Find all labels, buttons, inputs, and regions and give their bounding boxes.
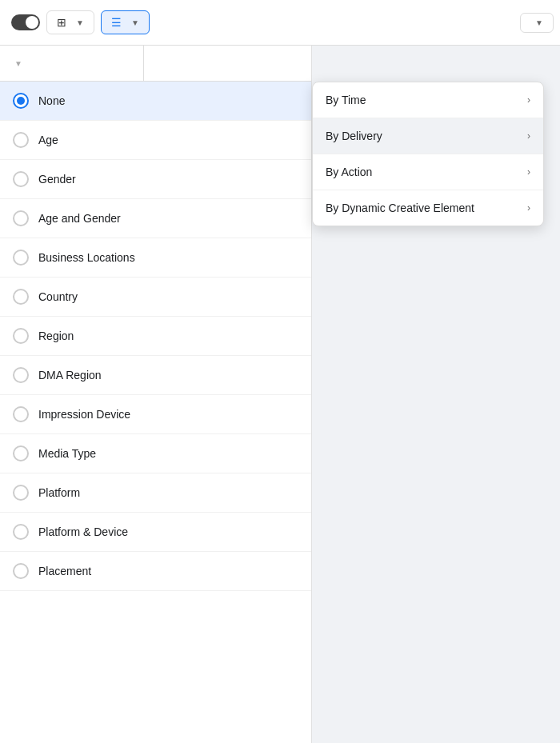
radio-item-age-and-gender[interactable]: Age and Gender	[0, 199, 311, 238]
radio-item-country[interactable]: Country	[0, 278, 311, 317]
table-header: ▼	[0, 46, 311, 82]
radio-item-media-type[interactable]: Media Type	[0, 434, 311, 473]
dropdown-item-label-by-delivery: By Delivery	[326, 130, 382, 142]
radio-label-platform: Platform	[38, 486, 80, 499]
columns-chevron-icon: ▼	[76, 18, 84, 27]
radio-circle-age	[13, 132, 29, 148]
radio-label-age-and-gender: Age and Gender	[38, 212, 121, 225]
dropdown-item-chevron-by-time: ›	[527, 94, 530, 106]
breakdown-dropdown: By Time›By Delivery›By Action›By Dynamic…	[312, 82, 544, 226]
radio-circle-media-type	[13, 445, 29, 461]
breakdown-chevron-icon: ▼	[131, 18, 139, 27]
radio-item-gender[interactable]: Gender	[0, 160, 311, 199]
radio-item-none[interactable]: None	[0, 82, 311, 121]
radio-circle-gender	[13, 171, 29, 187]
radio-label-placement: Placement	[38, 565, 91, 577]
toggle-container	[6, 14, 40, 30]
toolbar-left: ⊞ ▼ ☰ ▼	[6, 10, 514, 34]
breakdown-button[interactable]: ☰ ▼	[101, 10, 150, 34]
dropdown-item-chevron-by-dynamic: ›	[527, 202, 530, 214]
columns-icon: ⊞	[57, 16, 66, 29]
radio-circle-none	[13, 93, 29, 109]
radio-circle-platform-device	[13, 524, 29, 540]
radio-item-placement[interactable]: Placement	[0, 552, 311, 591]
radio-label-none: None	[38, 94, 65, 107]
radio-label-region: Region	[38, 330, 74, 342]
radio-circle-region	[13, 328, 29, 344]
radio-item-platform[interactable]: Platform	[0, 473, 311, 513]
radio-label-impression-device: Impression Device	[38, 408, 130, 421]
radio-circle-dma-region	[13, 367, 29, 383]
dropdown-item-label-by-action: By Action	[326, 166, 372, 178]
columns-button[interactable]: ⊞ ▼	[46, 10, 94, 34]
dropdown-item-chevron-by-action: ›	[527, 166, 530, 178]
radio-item-impression-device[interactable]: Impression Device	[0, 395, 311, 434]
reports-chevron-icon: ▼	[535, 18, 543, 27]
radio-label-gender: Gender	[38, 173, 76, 186]
radio-circle-country	[13, 289, 29, 305]
budget-sort-icon: ▼	[14, 59, 22, 68]
radio-label-media-type: Media Type	[38, 447, 96, 460]
dropdown-item-by-action[interactable]: By Action›	[313, 154, 543, 190]
radio-label-business-locations: Business Locations	[38, 251, 135, 264]
reports-button[interactable]: ▼	[520, 13, 554, 33]
radio-label-age: Age	[38, 134, 58, 146]
breakdown-icon: ☰	[111, 16, 122, 29]
toolbar: ⊞ ▼ ☰ ▼ ▼	[0, 0, 560, 46]
radio-item-dma-region[interactable]: DMA Region	[0, 356, 311, 395]
dropdown-item-chevron-by-delivery: ›	[527, 130, 530, 142]
dropdown-item-by-dynamic[interactable]: By Dynamic Creative Element›	[313, 190, 543, 226]
radio-item-business-locations[interactable]: Business Locations	[0, 238, 311, 278]
dropdown-item-label-by-time: By Time	[326, 94, 366, 106]
dropdown-item-by-delivery[interactable]: By Delivery›	[313, 118, 543, 154]
radio-item-age[interactable]: Age	[0, 121, 311, 160]
radio-circle-business-locations	[13, 250, 29, 266]
radio-label-country: Country	[38, 290, 78, 303]
radio-label-dma-region: DMA Region	[38, 369, 102, 381]
radio-item-platform-device[interactable]: Platform & Device	[0, 513, 311, 552]
breakdown-radio-list: NoneAgeGenderAge and GenderBusiness Loca…	[0, 82, 311, 591]
radio-circle-impression-device	[13, 406, 29, 422]
radio-circle-platform	[13, 485, 29, 501]
budget-column-header: ▼	[0, 46, 144, 81]
radio-label-platform-device: Platform & Device	[38, 525, 128, 538]
radio-item-region[interactable]: Region	[0, 317, 311, 356]
radio-circle-placement	[13, 563, 29, 579]
dropdown-item-by-time[interactable]: By Time›	[313, 82, 543, 118]
radio-circle-age-and-gender	[13, 210, 29, 226]
toggle-switch[interactable]	[11, 14, 40, 30]
dropdown-item-label-by-dynamic: By Dynamic Creative Element	[326, 202, 474, 214]
main-content: ▼ NoneAgeGenderAge and GenderBusiness Lo…	[0, 46, 560, 743]
last-significant-column-header	[144, 46, 311, 81]
breakdown-panel: ▼ NoneAgeGenderAge and GenderBusiness Lo…	[0, 46, 312, 743]
